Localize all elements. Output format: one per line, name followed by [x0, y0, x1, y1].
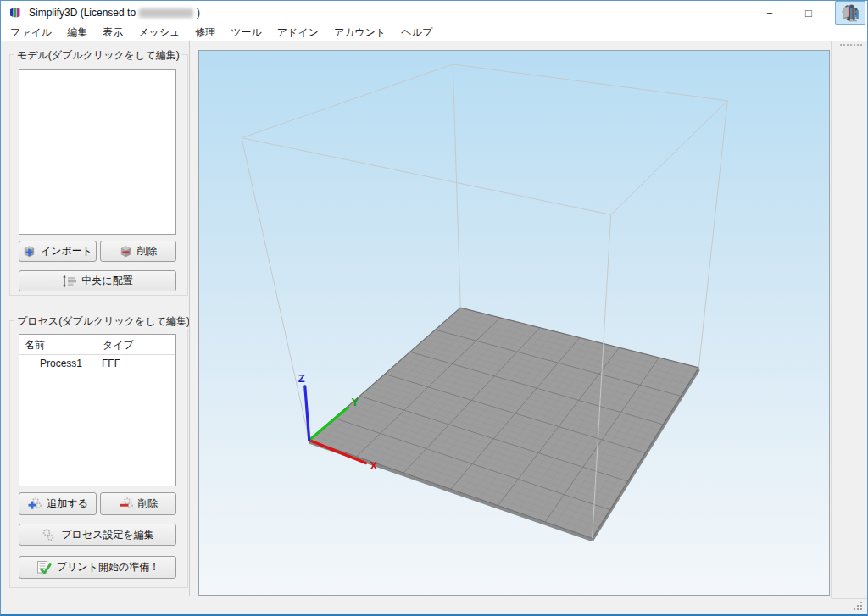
process-group-title: プロセス(ダブルクリックをして編集): [14, 314, 192, 329]
gear-minus-icon: [119, 497, 133, 511]
maximize-button[interactable]: □: [789, 1, 828, 25]
menu-tools[interactable]: ツール: [223, 24, 270, 42]
menu-help[interactable]: ヘルプ: [393, 24, 440, 42]
menu-account[interactable]: アカウント: [326, 24, 393, 42]
process-name: Process1: [19, 355, 97, 372]
menu-mesh[interactable]: メッシュ: [131, 24, 187, 42]
edit-process-settings-label: プロセス設定を編集: [61, 528, 153, 542]
center-models-label: 中央に配置: [81, 274, 132, 288]
import-model-label: インポート: [41, 244, 92, 258]
process-table[interactable]: 名前 タイプ Process1 FFF: [19, 334, 176, 486]
add-process-label: 追加する: [47, 497, 88, 511]
center-align-icon: [62, 275, 76, 288]
delete-model-button[interactable]: 削除: [100, 241, 176, 262]
add-process-button[interactable]: 追加する: [19, 492, 97, 515]
redacted-license-name: [139, 8, 193, 18]
svg-text:Y: Y: [352, 396, 359, 408]
delete-process-button[interactable]: 削除: [100, 492, 176, 515]
simplify3d-logo-icon: [8, 6, 22, 19]
table-row[interactable]: Process1 FFF: [19, 355, 175, 372]
toolbar-separator: [831, 41, 832, 598]
cube-minus-icon: [120, 246, 132, 258]
window-resize-grip[interactable]: [851, 599, 864, 612]
support-structures-button[interactable]: [835, 1, 865, 25]
gear-plus-icon: [27, 497, 42, 511]
models-group-title: モデル(ダブルクリックをして編集): [14, 48, 182, 63]
menu-repair[interactable]: 修理: [187, 24, 223, 42]
viewport-3d[interactable]: XYZ: [198, 50, 830, 596]
edit-process-settings-button[interactable]: プロセス設定を編集: [19, 524, 176, 546]
panel-splitter[interactable]: [189, 41, 190, 596]
import-model-button[interactable]: インポート: [19, 241, 97, 262]
viewport-3d-scene[interactable]: XYZ: [199, 51, 829, 595]
prepare-to-print-label: プリント開始の準備！: [57, 560, 159, 574]
delete-process-label: 削除: [138, 497, 159, 511]
menu-edit[interactable]: 編集: [59, 24, 95, 42]
svg-text:X: X: [370, 459, 378, 472]
prepare-to-print-button[interactable]: プリント開始の準備！: [19, 556, 176, 579]
checklist-check-icon: [36, 560, 52, 575]
process-type: FFF: [97, 355, 175, 372]
column-type: タイプ: [97, 335, 175, 354]
process-table-header: 名前 タイプ: [19, 335, 175, 355]
column-name: 名前: [19, 335, 97, 354]
models-list[interactable]: [19, 69, 176, 235]
menu-file[interactable]: ファイル: [3, 24, 59, 42]
window-title: Simplify3D (Licensed to): [29, 7, 200, 19]
delete-model-label: 削除: [137, 244, 158, 258]
svg-text:Z: Z: [298, 372, 305, 385]
toolbar-drag-handle[interactable]: [840, 44, 862, 47]
menu-view[interactable]: 表示: [95, 24, 131, 42]
gears-icon: [41, 528, 56, 542]
menu-bar: ファイル 編集 表示 メッシュ 修理 ツール アドイン アカウント ヘルプ: [1, 25, 867, 41]
cube-plus-icon: [23, 246, 36, 258]
supports-icon: [840, 3, 860, 23]
minimize-button[interactable]: −: [750, 1, 789, 25]
center-models-button[interactable]: 中央に配置: [19, 270, 176, 291]
app-window: Simplify3D (Licensed to) − □ × ファイル 編集 表…: [0, 0, 868, 616]
menu-addins[interactable]: アドイン: [270, 24, 326, 42]
title-bar: Simplify3D (Licensed to) − □ ×: [1, 1, 867, 25]
